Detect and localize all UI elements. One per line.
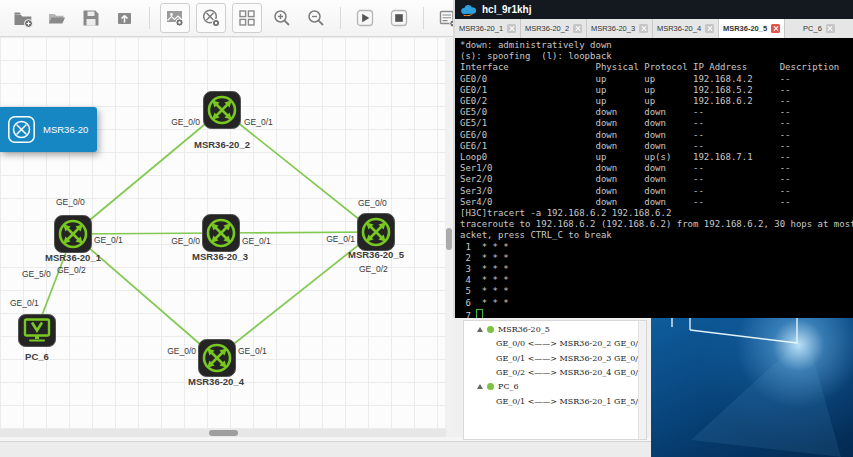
tab-label: MSR36-20_2 — [525, 24, 569, 33]
zoom-in-button[interactable] — [268, 4, 296, 32]
device-name-label: MSR36-20_5 — [336, 249, 416, 260]
stop-devices-button[interactable] — [385, 4, 413, 32]
start-devices-icon — [355, 8, 375, 28]
device-name-label: MSR36-20_2 — [182, 139, 262, 150]
desktop-wallpaper — [651, 310, 853, 457]
tab-close-icon[interactable] — [639, 24, 648, 33]
palette-device-tooltip[interactable]: MSR36-20 — [0, 107, 97, 152]
console-tab-bar: MSR36-20_1 MSR36-20_2 MSR36-20_3 MSR36-2… — [455, 19, 853, 39]
summary-group-name: PC_6 — [498, 382, 519, 391]
toolbar-separator — [149, 7, 150, 29]
console-line: GE6/0 down down -- -- — [460, 130, 853, 141]
export-topology-icon — [115, 8, 135, 28]
console-line: 3 * * * — [460, 264, 853, 275]
status-bar — [0, 441, 651, 457]
screen: GE_0/0 GE_0/1 MSR36-20_2 GE_0/0 GE_0/1 G… — [0, 0, 853, 457]
grid-view-icon — [237, 8, 257, 28]
link-r2-r5[interactable] — [222, 110, 375, 232]
port-label: GE_0/1 — [94, 235, 123, 245]
tab-label: MSR36-20_4 — [657, 24, 701, 33]
device-msr36-20-1[interactable] — [54, 215, 92, 253]
tab-close-icon[interactable] — [771, 24, 780, 33]
toolbar-separator — [340, 7, 341, 29]
capture-view-button[interactable] — [160, 3, 190, 33]
console-line: Ser2/0 down down -- -- — [460, 174, 853, 185]
port-label: GE_0/0 — [164, 236, 200, 246]
tab-close-icon[interactable] — [705, 24, 714, 33]
horizontal-scrollbar-thumb[interactable] — [209, 430, 238, 436]
device-view-icon — [201, 8, 221, 28]
tab-close-icon[interactable] — [573, 24, 582, 33]
port-label: GE_0/0 — [56, 197, 85, 207]
summary-group-row[interactable]: MSR36-20_5 — [464, 323, 550, 335]
console-line: GE5/1 down down -- -- — [460, 118, 853, 129]
summary-link-text: GE_0/1 <——> MSR36-20_1 GE_5/0 — [496, 397, 643, 406]
summary-group-name: MSR36-20_5 — [498, 325, 550, 334]
device-msr36-20-2[interactable] — [203, 91, 241, 129]
console-line: *down: administratively down — [460, 40, 853, 51]
collapse-triangle-icon[interactable] — [477, 384, 483, 389]
device-msr36-20-5[interactable] — [357, 213, 395, 251]
console-line: GE5/0 down down -- -- — [460, 107, 853, 118]
save-topology-icon — [81, 8, 101, 28]
port-label: GE_0/1 — [242, 236, 271, 246]
summary-group-row[interactable]: PC_6 — [464, 381, 519, 393]
device-msr36-20-3[interactable] — [202, 214, 240, 252]
port-label: GE_0/1 — [10, 298, 39, 308]
tab-msr36-20-5[interactable]: MSR36-20_5 — [719, 19, 785, 38]
console-line: 2 * * * — [460, 253, 853, 264]
device-name-label: MSR36-20_4 — [176, 376, 256, 387]
tab-msr36-20-3[interactable]: MSR36-20_3 — [587, 19, 653, 38]
link-r1-r3[interactable] — [73, 233, 220, 234]
console-line: (s): spoofing (l): loopback — [460, 51, 853, 62]
collapse-triangle-icon[interactable] — [477, 327, 483, 332]
tab-msr36-20-4[interactable]: MSR36-20_4 — [653, 19, 719, 38]
new-topology-icon — [13, 8, 33, 28]
tab-close-icon[interactable] — [826, 24, 835, 33]
console-prompt-line: 7 — [460, 309, 853, 318]
summary-scrollbar[interactable] — [638, 321, 646, 439]
link-r3-r5[interactable] — [220, 232, 375, 233]
zoom-in-icon — [272, 8, 292, 28]
console-line: Ser4/0 down down -- -- — [460, 197, 853, 208]
console-line: 6 * * * — [460, 298, 853, 309]
device-pc-6[interactable] — [18, 314, 56, 347]
summary-link-row: GE_0/0 <——> MSR36-20_2 GE_0/1 — [464, 338, 643, 350]
summary-link-row: GE_0/2 <——> MSR36-20_4 GE_0/1 — [464, 367, 643, 379]
canvas-horizontal-scrollbar[interactable] — [0, 429, 446, 437]
zoom-out-button[interactable] — [302, 4, 330, 32]
open-topology-button[interactable] — [43, 4, 71, 32]
device-msr36-20-4[interactable] — [198, 339, 236, 377]
tab-label: MSR36-20_1 — [459, 24, 503, 33]
status-dot-icon — [487, 326, 494, 333]
windows-logo-glow — [651, 310, 853, 457]
start-devices-button[interactable] — [351, 4, 379, 32]
new-topology-button[interactable] — [9, 4, 37, 32]
summary-link-text: GE_0/1 <——> MSR36-20_3 GE_0/1 — [496, 354, 643, 363]
port-label: GE_5/0 — [22, 269, 51, 279]
topology-summary-panel: MSR36-20_5 GE_0/0 <——> MSR36-20_2 GE_0/1… — [463, 320, 647, 440]
console-line: Ser1/0 down down -- -- — [460, 163, 853, 174]
console-title: hcl_9r1khj — [482, 4, 531, 15]
console-line: 5 * * * — [460, 286, 853, 297]
port-label: GE_0/0 — [164, 117, 200, 127]
console-line: GE0/2 up up 192.168.6.2 -- — [460, 96, 853, 107]
port-label: GE_0/0 — [160, 346, 196, 356]
device-view-button[interactable] — [196, 3, 226, 33]
export-topology-button[interactable] — [111, 4, 139, 32]
tab-close-icon[interactable] — [507, 24, 516, 33]
console-title-bar[interactable]: hcl_9r1khj — [455, 0, 853, 19]
canvas-vertical-scrollbar[interactable] — [445, 37, 453, 429]
tab-msr36-20-2[interactable]: MSR36-20_2 — [521, 19, 587, 38]
summary-link-row: GE_0/1 <——> MSR36-20_3 GE_0/1 — [464, 352, 643, 364]
grid-view-button[interactable] — [232, 3, 262, 33]
tab-msr36-20-1[interactable]: MSR36-20_1 — [455, 19, 521, 38]
topology-canvas[interactable]: GE_0/0 GE_0/1 MSR36-20_2 GE_0/0 GE_0/1 G… — [0, 37, 446, 429]
save-topology-button[interactable] — [77, 4, 105, 32]
open-topology-icon — [47, 8, 67, 28]
tab-pc-6[interactable]: PC_6 — [785, 19, 853, 38]
router-icon — [8, 116, 36, 144]
console-output[interactable]: *down: administratively down (s): spoofi… — [455, 38, 853, 318]
vertical-scrollbar-thumb[interactable] — [446, 228, 452, 250]
port-label: GE_0/0 — [358, 198, 387, 208]
